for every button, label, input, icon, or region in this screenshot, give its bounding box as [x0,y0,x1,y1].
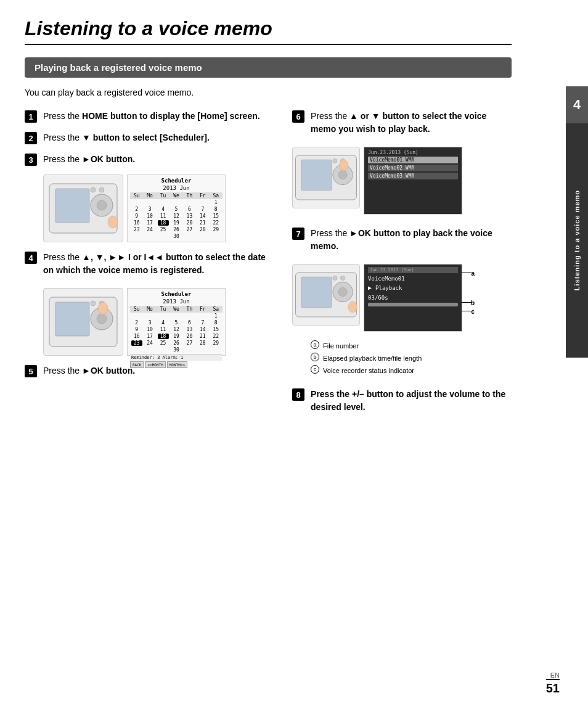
annotation-c-line [462,311,472,311]
annotation-a: a File number [311,340,512,351]
step-5-num: 5 [25,365,37,377]
pb-playback-label: Playback [375,285,402,291]
step-2: 2 Press the ▼ button to select [Schedule… [25,131,274,144]
svg-point-5 [99,187,104,192]
svg-point-3 [97,200,107,210]
svg-point-11 [91,301,96,306]
svg-point-6 [108,216,118,228]
device-illustration-4 [43,288,123,356]
page-title: Listening to a voice memo [25,17,512,45]
chapter-label: Listening to a voice memo [573,190,581,290]
chapter-number: 4 [573,97,581,113]
annotation-b-marker: b [471,300,475,306]
intro-text: You can play back a registered voice mem… [25,88,512,97]
annotation-c-text: Voice recorder status indicator [323,367,414,374]
chapter-number-tab: 4 [566,86,588,123]
step-8-text: Press the +/– button to adjust the volum… [311,388,512,414]
step-4: 4 Press the ▲, ▼, ►► I or I◄◄ button to … [25,251,274,277]
playback-screen: Jun.23.2013 (Sun) VoiceMemo01 ▶ Playback… [364,264,462,332]
step-2-text: Press the ▼ button to select [Scheduler]… [43,131,210,144]
page-number-area: EN 51 [546,671,560,696]
step-7-images: Jun.23.2013 (Sun) VoiceMemo01 ▶ Playback… [292,264,512,332]
svg-point-4 [91,187,96,192]
step-6: 6 Press the ▲ or ▼ button to select the … [292,110,512,136]
svg-rect-8 [55,302,89,336]
annotation-a-marker: a [471,270,475,277]
step-3-images: Scheduler 2013 Jun SuMoTuWeThFrSa 1 2345… [43,174,274,242]
svg-point-17 [338,170,347,179]
step-6-images: Jun.23.2013 (Sun) VoiceMemo01.WMA VoiceM… [292,147,512,215]
pb-play-row: ▶ Playback [368,284,458,291]
pb-name: VoiceMemo01 [368,276,458,282]
progress-bar [368,303,458,306]
annotation-c-circle: c [311,365,319,374]
svg-point-18 [333,158,337,163]
svg-rect-22 [301,277,332,308]
annotation-b: b Elapsed playback time/file length [311,353,512,363]
step-4-num: 4 [25,252,37,264]
step-1-num: 1 [25,110,37,123]
svg-point-24 [338,287,347,296]
step-8: 8 Press the +/– button to adjust the vol… [292,388,512,414]
svg-rect-15 [301,160,332,191]
step-4-text: Press the ▲, ▼, ►► I or I◄◄ button to se… [43,251,274,277]
annotation-a-text: File number [323,342,359,350]
svg-point-26 [340,276,345,280]
step-2-num: 2 [25,132,37,144]
device-svg-3 [46,178,120,239]
step-3: 3 Press the ►OK button. [25,153,274,166]
page-number: 51 [546,679,560,696]
device-svg-6 [293,147,359,208]
svg-point-25 [333,276,337,280]
step-8-num: 8 [292,388,304,401]
annotation-a-line [462,273,472,273]
pb-title: Jun.23.2013 (Sun) [368,267,458,273]
step-1: 1 Press the HOME button to display the [… [25,110,274,123]
device-svg-7 [293,264,359,326]
annotation-c: c Voice recorder status indicator [311,365,512,375]
step-7-text: Press the ►OK button to play back the vo… [311,227,512,253]
vmemo-screen: Jun.23.2013 (Sun) VoiceMemo01.WMA VoiceM… [364,147,462,215]
step-3-text: Press the ►OK button. [43,153,135,166]
step-7-num: 7 [292,228,304,240]
step-3-num: 3 [25,154,37,166]
step-5-text: Press the ►OK button. [43,364,135,377]
annotation-list: a File number b Elapsed playback time/fi… [311,340,512,375]
svg-point-13 [98,302,108,314]
step-1-text: Press the HOME button to display the [Ho… [43,110,260,123]
svg-point-10 [97,314,107,324]
scheduler-screen-3: Scheduler 2013 Jun SuMoTuWeThFrSa 1 2345… [127,174,226,242]
annotation-b-line [462,302,472,303]
pb-time: 03/60s [368,295,458,301]
device-illustration-3 [43,174,123,242]
annotation-b-text: Elapsed playback time/file length [323,355,422,362]
device-svg-4 [46,291,120,353]
device-illustration-6 [292,147,360,208]
device-illustration-7 [292,264,360,326]
svg-point-27 [348,302,357,313]
step-6-text: Press the ▲ or ▼ button to select the vo… [311,110,512,136]
page-label: EN [546,671,560,679]
step-4-images: Scheduler 2013 Jun SuMoTuWeThFrSa 1 2345… [43,288,274,356]
playback-screen-container: Jun.23.2013 (Sun) VoiceMemo01 ▶ Playback… [364,264,462,332]
step-6-num: 6 [292,110,304,123]
play-icon: ▶ [368,284,372,291]
annotation-c-marker: c [471,308,475,315]
chapter-label-tab: Listening to a voice memo [566,123,588,358]
svg-point-20 [340,160,348,171]
svg-rect-1 [55,189,89,223]
scheduler-screen-4: Scheduler 2013 Jun SuMoTuWeThFrSa 1 2345… [127,288,226,356]
annotation-a-circle: a [311,340,319,349]
annotation-b-circle: b [311,353,319,361]
section-header: Playing back a registered voice memo [25,57,512,78]
step-7: 7 Press the ►OK button to play back the … [292,227,512,253]
